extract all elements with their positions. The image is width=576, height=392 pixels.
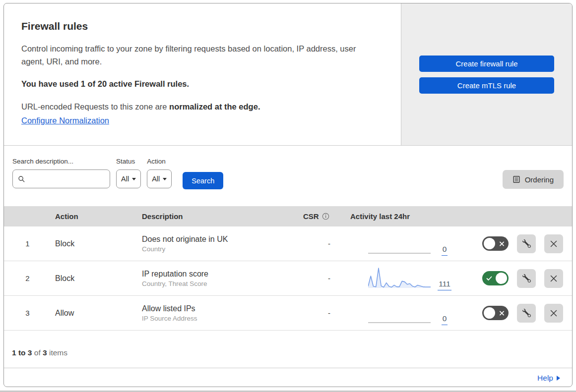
toggle-knob (496, 273, 507, 284)
help-bar: Help (4, 368, 572, 387)
wrench-icon (522, 309, 531, 317)
rule-controls (460, 234, 572, 253)
toggle-knob (484, 238, 495, 249)
page-title: Firewall rules (21, 20, 381, 32)
rule-controls (460, 269, 572, 288)
rule-criteria: Country, Threat Score (142, 280, 298, 287)
help-arrow-icon (557, 376, 560, 381)
activity-count-link[interactable]: 0 (442, 314, 448, 325)
rule-action: Block (51, 274, 142, 283)
edit-rule-button[interactable] (517, 304, 536, 323)
activity-sparkline (368, 266, 431, 289)
rule-description-cell: Does not originate in UK Country (142, 235, 298, 253)
edit-rule-button[interactable] (517, 234, 536, 253)
close-icon (550, 275, 558, 282)
rule-priority: 3 (4, 309, 51, 317)
toggle-off-x-icon (499, 310, 505, 316)
items-of: of (34, 348, 41, 357)
info-icon[interactable] (322, 213, 329, 220)
create-mtls-rule-button[interactable]: Create mTLS rule (419, 77, 554, 94)
wrench-icon (522, 239, 531, 248)
firewall-rules-card: Firewall rules Control incoming traffic … (3, 3, 573, 387)
rule-description: IP reputation score (142, 270, 298, 279)
rule-description: Allow listed IPs (142, 304, 298, 313)
wrench-icon (522, 274, 531, 282)
action-column-header: Action (51, 212, 142, 221)
ordering-button[interactable]: Ordering (503, 170, 564, 189)
search-box[interactable] (12, 169, 110, 188)
delete-rule-button[interactable] (544, 269, 563, 288)
usage-summary: You have used 1 of 20 active Firewall ru… (21, 79, 381, 89)
ordering-label: Ordering (525, 175, 554, 184)
rule-priority: 2 (4, 274, 51, 282)
status-label: Status (116, 158, 141, 165)
filter-bar: Search description... Status All Action … (4, 146, 572, 206)
close-icon (550, 240, 558, 248)
help-link[interactable]: Help (537, 374, 553, 383)
actions-panel: Create firewall rule Create mTLS rule (401, 3, 572, 145)
activity-count-link[interactable]: 0 (442, 245, 448, 256)
pagination-footer: 1 to 3 of 3 items (4, 331, 572, 368)
status-value: All (121, 175, 129, 183)
rule-csr-value: - (298, 309, 350, 317)
ordering-icon (512, 175, 520, 183)
normalization-note: URL-encoded Requests to this zone are no… (21, 102, 381, 112)
rule-description-cell: IP reputation score Country, Threat Scor… (142, 270, 298, 287)
rule-action: Allow (51, 309, 142, 318)
table-header: Action Description CSR Activity last 24h… (4, 206, 572, 226)
delete-rule-button[interactable] (544, 234, 563, 253)
rule-criteria: IP Source Address (142, 315, 298, 322)
activity-column-header: Activity last 24hr (350, 212, 460, 221)
csr-label: CSR (303, 212, 319, 221)
rule-csr-value: - (298, 274, 350, 282)
search-icon (18, 175, 25, 183)
rule-action: Block (51, 239, 142, 248)
action-label: Action (147, 158, 172, 165)
header-section: Firewall rules Control incoming traffic … (4, 3, 572, 146)
chevron-down-icon (163, 178, 167, 180)
delete-rule-button[interactable] (544, 304, 563, 323)
items-count-text: 1 to 3 of 3 items (12, 348, 67, 357)
table-body: 1 Block Does not originate in UK Country… (4, 226, 572, 331)
status-dropdown[interactable]: All (116, 169, 141, 188)
rule-controls (460, 304, 572, 323)
status-group: Status All (116, 158, 141, 188)
items-range: 1 to 3 (12, 348, 32, 357)
activity-sparkline (368, 231, 431, 254)
table-row: 1 Block Does not originate in UK Country… (4, 226, 572, 261)
rule-criteria: Country (142, 245, 298, 253)
action-value: All (152, 175, 160, 183)
activity-sparkline (368, 301, 431, 324)
page-description: Control incoming traffic to your zone by… (21, 42, 371, 68)
rule-activity-cell: 0 (350, 226, 460, 261)
activity-count-link[interactable]: 111 (438, 280, 451, 290)
toggle-knob (484, 307, 495, 319)
chevron-down-icon (132, 178, 136, 180)
toggle-off-x-icon (499, 241, 505, 246)
action-dropdown[interactable]: All (147, 169, 172, 188)
search-group: Search description... (12, 158, 110, 188)
items-word: items (49, 348, 67, 357)
items-total: 3 (43, 348, 47, 357)
edit-rule-button[interactable] (517, 269, 536, 288)
csr-column-header: CSR (298, 212, 350, 221)
search-button[interactable]: Search (183, 172, 223, 189)
close-icon (550, 309, 558, 317)
normalization-text: URL-encoded Requests to this zone are (21, 102, 169, 111)
action-group: Action All (147, 158, 172, 188)
rule-activity-cell: 111 (350, 261, 460, 295)
rule-activity-cell: 0 (350, 296, 460, 330)
rule-enabled-toggle[interactable] (482, 271, 509, 285)
rule-csr-value: - (298, 239, 350, 248)
intro-panel: Firewall rules Control incoming traffic … (4, 3, 401, 145)
search-input[interactable] (25, 174, 105, 184)
configure-normalization-link[interactable]: Configure Normalization (21, 116, 109, 125)
rule-description-cell: Allow listed IPs IP Source Address (142, 304, 298, 322)
create-firewall-rule-button[interactable]: Create firewall rule (419, 56, 554, 72)
rule-description: Does not originate in UK (142, 235, 298, 244)
rule-enabled-toggle[interactable] (482, 306, 509, 320)
table-row: 3 Allow Allow listed IPs IP Source Addre… (4, 296, 572, 331)
rule-enabled-toggle[interactable] (482, 236, 509, 251)
search-label: Search description... (12, 158, 110, 165)
toggle-on-check-icon (486, 276, 492, 281)
